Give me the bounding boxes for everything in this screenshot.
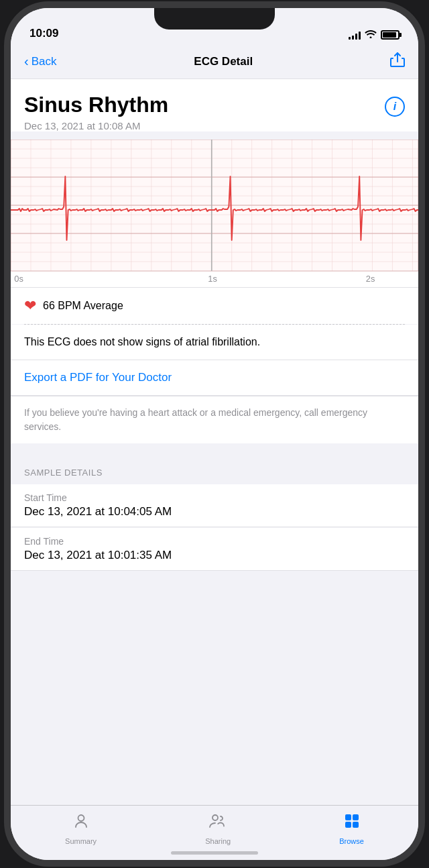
- tab-sharing-label: Sharing: [205, 837, 231, 845]
- info-text-section: This ECG does not show signs of atrial f…: [11, 325, 418, 360]
- nav-title: ECG Detail: [194, 55, 253, 68]
- svg-rect-45: [345, 814, 351, 820]
- header-area: Sinus Rhythm i Dec 13, 2021 at 10:08 AM: [11, 79, 418, 131]
- notch: [154, 8, 275, 30]
- browse-icon: [343, 812, 361, 834]
- battery-icon: [381, 30, 400, 40]
- diagnosis-date: Dec 13, 2021 at 10:08 AM: [24, 120, 405, 131]
- ecg-chart-container: 0s 1s 2s: [11, 140, 418, 287]
- status-time: 10:09: [29, 27, 58, 40]
- end-time-label: End Time: [24, 536, 405, 547]
- back-chevron-icon: ‹: [24, 54, 29, 69]
- svg-text:2s: 2s: [366, 274, 375, 284]
- ecg-info-text: This ECG does not show signs of atrial f…: [24, 334, 405, 350]
- tab-sharing[interactable]: Sharing: [205, 812, 231, 845]
- svg-text:1s: 1s: [208, 274, 217, 284]
- phone-shell: 10:09 ‹ Back ECG: [11, 8, 418, 860]
- svg-rect-47: [345, 822, 351, 828]
- tab-summary-label: Summary: [65, 837, 97, 845]
- signal-bars-icon: [349, 30, 361, 40]
- svg-rect-48: [353, 822, 359, 828]
- tab-browse-label: Browse: [339, 837, 364, 845]
- bpm-text: 66 BPM Average: [43, 300, 123, 312]
- info-button[interactable]: i: [385, 97, 405, 117]
- nav-bar: ‹ Back ECG Detail: [11, 44, 418, 79]
- heart-icon: ❤: [24, 297, 36, 315]
- svg-text:0s: 0s: [14, 274, 23, 284]
- summary-icon: [72, 812, 90, 834]
- start-time-label: Start Time: [24, 492, 405, 503]
- main-content: Sinus Rhythm i Dec 13, 2021 at 10:08 AM: [11, 79, 418, 805]
- sample-details-label: SAMPLE DETAILS: [11, 468, 418, 484]
- home-indicator: [171, 851, 258, 855]
- export-section[interactable]: Export a PDF for Your Doctor: [11, 360, 418, 395]
- sample-details-section: SAMPLE DETAILS Start Time Dec 13, 2021 a…: [11, 454, 418, 584]
- warning-text: If you believe you're having a heart att…: [24, 406, 405, 434]
- bpm-row: ❤ 66 BPM Average: [11, 287, 418, 324]
- ecg-chart: 0s 1s 2s: [11, 140, 418, 287]
- back-button[interactable]: ‹ Back: [24, 54, 56, 69]
- tab-browse[interactable]: Browse: [339, 812, 364, 845]
- diagnosis-title: Sinus Rhythm: [24, 93, 168, 117]
- end-time-card: End Time Dec 13, 2021 at 10:01:35 AM: [11, 528, 418, 571]
- warning-section: If you believe you're having a heart att…: [11, 396, 418, 443]
- tab-summary[interactable]: Summary: [65, 812, 97, 845]
- start-time-card: Start Time Dec 13, 2021 at 10:04:05 AM: [11, 484, 418, 527]
- svg-rect-46: [353, 814, 359, 820]
- end-time-value: Dec 13, 2021 at 10:01:35 AM: [24, 549, 405, 562]
- export-link[interactable]: Export a PDF for Your Doctor: [24, 371, 172, 384]
- share-button[interactable]: [390, 52, 405, 70]
- wifi-icon: [365, 29, 377, 40]
- start-time-value: Dec 13, 2021 at 10:04:05 AM: [24, 505, 405, 519]
- sharing-icon: [208, 812, 227, 834]
- status-icons: [349, 29, 400, 40]
